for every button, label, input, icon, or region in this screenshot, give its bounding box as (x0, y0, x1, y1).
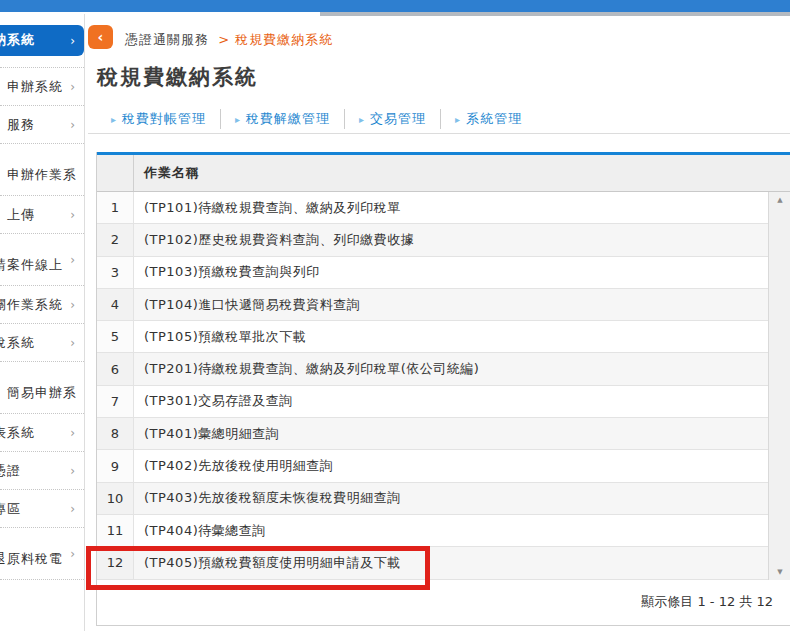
table-header-row: 作業名稱 (97, 155, 790, 192)
sidebar-item-label: 原料稅電 (7, 550, 63, 568)
chevron-right-icon: › (70, 253, 75, 267)
sidebar-item[interactable]: 簡易申辦系 › (0, 362, 84, 414)
sidebar-item-label: 證 (7, 462, 21, 480)
back-button[interactable]: ‹ (88, 25, 113, 49)
table-header-number-cell (97, 155, 134, 191)
tab-label: 稅費解繳管理 (246, 110, 330, 128)
table-row[interactable]: 10 (TP403)先放後稅額度未恢復稅費明細查詢 (97, 483, 790, 515)
sidebar-item-label: 系統 (7, 334, 35, 352)
row-number-cell: 7 (97, 386, 134, 417)
row-number-cell: 3 (97, 257, 134, 288)
tab-item[interactable]: ▸ 系統管理 (440, 109, 536, 129)
chevron-right-icon: › (70, 208, 75, 222)
sidebar-item[interactable]: 上傳 › (0, 196, 84, 234)
sidebar-item-label: 區 (7, 500, 21, 518)
breadcrumb-current: 稅規費繳納系統 (235, 32, 333, 47)
row-name-cell: (TP405)預繳稅費額度使用明細申請及下載 (134, 554, 401, 572)
chevron-right-icon: › (70, 426, 75, 440)
vertical-scrollbar[interactable]: ▲ ▼ (768, 192, 790, 580)
table-row[interactable]: 8 (TP401)彙總明細查詢 (97, 418, 790, 450)
operations-table-card: 作業名稱 1 (TP101)待繳稅規費查詢、繳納及列印稅單 2 (TP102)歷… (96, 152, 790, 626)
row-number-cell: 8 (97, 418, 134, 449)
table-row[interactable]: 12 (TP405)預繳稅費額度使用明細申請及下載 (97, 547, 790, 579)
sidebar-item-clipped-prefix: 表 (0, 424, 7, 442)
table-row[interactable]: 2 (TP102)歷史稅規費資料查詢、列印繳費收據 (97, 224, 790, 256)
table-row[interactable]: 9 (TP402)先放後稅使用明細查詢 (97, 450, 790, 482)
sidebar-item-clipped-prefix: 專 (0, 500, 7, 518)
sidebar-item-label: 申辦作業系 (7, 166, 77, 184)
sidebar: 納 系統 › 申辦系統 › 服務 › 申辦作業系 › 上傳 › 請 案件線上 (0, 14, 85, 631)
row-name-cell: (TP103)預繳稅費查詢與列印 (134, 263, 320, 281)
table-row[interactable]: 6 (TP201)待繳稅規費查詢、繳納及列印稅單(依公司統編) (97, 353, 790, 385)
tab-bar: ▸ 稅費對帳管理 ▸ 稅費解繳管理 ▸ 交易管理 ▸ 系統管理 (97, 105, 536, 133)
chevron-right-icon: › (70, 502, 75, 516)
table-row[interactable]: 11 (TP404)待彙總查詢 (97, 515, 790, 547)
sidebar-item-label: 系統 (7, 31, 35, 49)
sidebar-item[interactable]: 關 作業系統 › (0, 286, 84, 324)
sidebar-item[interactable]: 申辦系統 › (0, 68, 84, 106)
row-name-cell: (TP104)進口快遞簡易稅費資料查詢 (134, 296, 360, 314)
sidebar-item-clipped-prefix: 關 (0, 296, 7, 314)
triangle-right-icon: ▸ (235, 114, 240, 125)
table-row[interactable]: 1 (TP101)待繳稅規費查詢、繳納及列印稅單 (97, 192, 790, 224)
row-name-cell: (TP105)預繳稅單批次下載 (134, 328, 306, 346)
row-number-cell: 5 (97, 321, 134, 352)
triangle-right-icon: ▸ (455, 114, 460, 125)
triangle-right-icon: ▸ (111, 114, 116, 125)
tab-item[interactable]: ▸ 交易管理 (344, 109, 440, 129)
table-footer: 顯示條目 1 - 12 共 12 (97, 580, 790, 624)
breadcrumb: 憑證通關服務 > 稅規費繳納系統 (125, 31, 333, 49)
table-row[interactable]: 5 (TP105)預繳稅單批次下載 (97, 321, 790, 353)
sidebar-item-clipped-prefix: 納 (0, 31, 7, 49)
row-name-cell: (TP404)待彙總查詢 (134, 522, 266, 540)
row-name-cell: (TP403)先放後稅額度未恢復稅費明細查詢 (134, 489, 401, 507)
chevron-right-icon: › (70, 118, 75, 132)
chevron-right-icon: › (70, 163, 75, 177)
row-number-cell: 9 (97, 450, 134, 481)
items-count-label: 顯示條目 1 - 12 共 12 (641, 593, 773, 611)
table-row[interactable]: 3 (TP103)預繳稅費查詢與列印 (97, 257, 790, 289)
sidebar-item-clipped-prefix: 請 (0, 256, 7, 274)
row-name-cell: (TP402)先放後稅使用明細查詢 (134, 457, 333, 475)
row-number-cell: 10 (97, 483, 134, 514)
sidebar-item[interactable]: 退 原料稅電 › (0, 528, 84, 580)
sidebar-item[interactable]: 服務 › (0, 106, 84, 144)
sidebar-item[interactable]: 專 區 › (0, 490, 84, 528)
sidebar-item-label: 簡易申辦系 (7, 384, 77, 402)
scroll-down-icon[interactable]: ▼ (777, 568, 782, 576)
tab-item[interactable]: ▸ 稅費對帳管理 (97, 109, 220, 129)
row-name-cell: (TP201)待繳稅規費查詢、繳納及列印稅單(依公司統編) (134, 360, 479, 378)
row-name-cell: (TP401)彙總明細查詢 (134, 425, 279, 443)
row-name-cell: (TP101)待繳稅規費查詢、繳納及列印稅單 (134, 199, 401, 217)
tab-label: 稅費對帳管理 (122, 110, 206, 128)
breadcrumb-parent[interactable]: 憑證通關服務 (125, 32, 209, 47)
sidebar-item-clipped-prefix: 稅 (0, 334, 7, 352)
tab-bar-underline (88, 133, 790, 134)
row-name-cell: (TP102)歷史稅規費資料查詢、列印繳費收據 (134, 231, 414, 249)
sidebar-item-label: 上傳 (7, 206, 35, 224)
sidebar-item[interactable]: 稅 系統 › (0, 324, 84, 362)
chevron-right-icon: › (70, 336, 75, 350)
chevron-right-icon: › (70, 547, 75, 561)
sidebar-item[interactable]: 憑 證 › (0, 452, 84, 490)
sidebar-item[interactable]: 請 案件線上 › (0, 234, 84, 286)
chevron-right-icon: › (70, 34, 75, 48)
sidebar-item-label: 案件線上 (7, 256, 63, 274)
chevron-right-icon: › (70, 381, 75, 395)
row-number-cell: 6 (97, 353, 134, 384)
sidebar-item[interactable]: 申辦作業系 › (0, 144, 84, 196)
sidebar-item-label: 系統 (7, 424, 35, 442)
row-number-cell: 2 (97, 224, 134, 255)
chevron-right-icon: › (70, 80, 75, 94)
sidebar-item-label: 作業系統 (7, 296, 63, 314)
chevron-right-icon: › (70, 298, 75, 312)
top-blue-bar (0, 0, 790, 12)
scroll-up-icon[interactable]: ▲ (777, 196, 782, 204)
sidebar-item[interactable]: 表 系統 › (0, 414, 84, 452)
table-row[interactable]: 4 (TP104)進口快遞簡易稅費資料查詢 (97, 289, 790, 321)
tab-item[interactable]: ▸ 稅費解繳管理 (220, 109, 344, 129)
row-number-cell: 12 (97, 547, 134, 578)
sidebar-item[interactable]: 納 系統 › (0, 14, 84, 68)
tab-label: 系統管理 (466, 110, 522, 128)
table-row[interactable]: 7 (TP301)交易存證及查詢 (97, 386, 790, 418)
